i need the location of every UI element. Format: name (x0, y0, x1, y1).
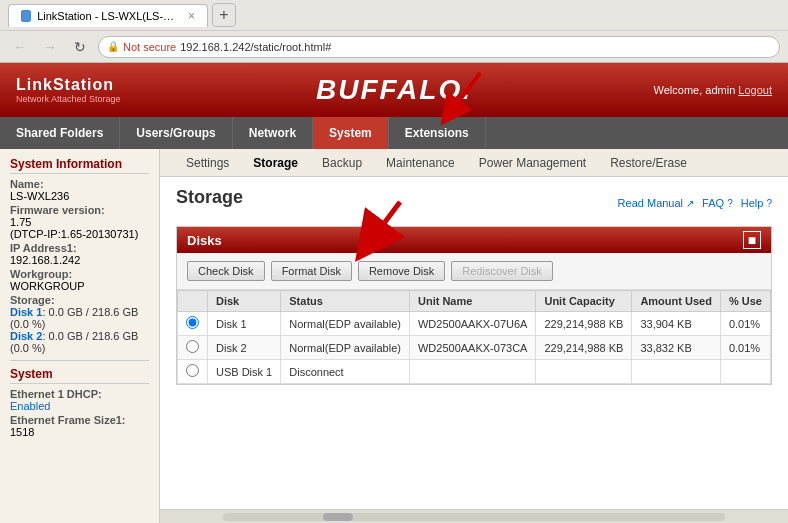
sidebar-firmware: Firmware version: 1.75 (DTCP-IP:1.65-201… (10, 204, 149, 240)
secure-icon: 🔒 (107, 41, 119, 52)
main-content: Settings Storage Backup Maintenance Powe… (160, 149, 788, 523)
panel-title: Disks (187, 233, 222, 248)
disk-actions: Check Disk Format Disk Remove Disk Redis… (177, 253, 771, 290)
col-header-amount-used: Amount Used (632, 291, 721, 312)
table-row[interactable]: Disk 1Normal(EDP available)WD2500AAKX-07… (178, 312, 771, 336)
nav-system[interactable]: System (313, 117, 389, 149)
table-row[interactable]: Disk 2Normal(EDP available)WD2500AAKX-07… (178, 336, 771, 360)
refresh-button[interactable]: ↻ (68, 35, 92, 59)
logo-title: LinkStation (16, 76, 121, 94)
subnav-backup[interactable]: Backup (312, 152, 372, 174)
sidebar-frame-value: 1518 (10, 426, 34, 438)
subnav-settings[interactable]: Settings (176, 152, 239, 174)
subnav-storage[interactable]: Storage (243, 152, 308, 174)
not-secure-label: Not secure (123, 41, 176, 53)
sub-nav: Settings Storage Backup Maintenance Powe… (160, 149, 788, 177)
logo-area: LinkStation Network Attached Storage (16, 76, 121, 104)
disk-table-container: Disk Status Unit Name Unit Capacity Amou… (177, 290, 771, 384)
disk-status-cell: Disconnect (281, 360, 410, 384)
scroll-thumb[interactable] (323, 513, 353, 521)
content-area: System Information Name: LS-WXL236 Firmw… (0, 149, 788, 523)
remove-disk-button[interactable]: Remove Disk (358, 261, 445, 281)
disk-status-cell: Normal(EDP available) (281, 312, 410, 336)
sidebar-system-title: System (10, 367, 149, 384)
help-link[interactable]: Help ? (741, 197, 772, 209)
sidebar-name: Name: LS-WXL236 (10, 178, 149, 202)
disk-amount-used-cell: 33,904 KB (632, 312, 721, 336)
col-header-status: Status (281, 291, 410, 312)
tab-label: LinkStation - LS-WXL(LS-WXL23... (37, 10, 182, 22)
sidebar-firmware-label: Firmware version: (10, 204, 105, 216)
read-manual-icon: ↗ (686, 198, 694, 209)
col-header-unit-capacity: Unit Capacity (536, 291, 632, 312)
rediscover-disk-button[interactable]: Rediscover Disk (451, 261, 552, 281)
disk-radio-2[interactable] (186, 364, 199, 377)
nav-users-groups[interactable]: Users/Groups (120, 117, 232, 149)
scroll-track (223, 513, 725, 521)
welcome-area: Welcome, admin Logout (654, 84, 772, 96)
top-links: Read Manual ↗ FAQ ? Help ? (618, 197, 772, 209)
subnav-restore-erase[interactable]: Restore/Erase (600, 152, 697, 174)
tab-close-button[interactable]: × (188, 9, 195, 23)
check-disk-button[interactable]: Check Disk (187, 261, 265, 281)
disk-name-cell: Disk 2 (208, 336, 281, 360)
sidebar-ip: IP Address1: 192.168.1.242 (10, 242, 149, 266)
address-box[interactable]: 🔒 Not secure 192.168.1.242/static/root.h… (98, 36, 780, 58)
disk-unit-name-cell (409, 360, 535, 384)
welcome-label: Welcome, admin (654, 84, 736, 96)
sidebar-firmware-value: 1.75 (10, 216, 31, 228)
url-text: 192.168.1.242/static/root.html# (180, 41, 331, 53)
sidebar-storage-label: Storage: (10, 294, 55, 306)
sidebar-frame-label: Ethernet Frame Size1: (10, 414, 126, 426)
panel-collapse-button[interactable]: ■ (743, 231, 761, 249)
sidebar-frame: Ethernet Frame Size1: 1518 (10, 414, 149, 438)
sidebar-disk2-link[interactable]: Disk 2 (10, 330, 42, 342)
help-icon: ? (766, 198, 772, 209)
format-disk-button[interactable]: Format Disk (271, 261, 352, 281)
disk-percent-used-cell (720, 360, 770, 384)
browser-chrome: LinkStation - LS-WXL(LS-WXL23... × + ← →… (0, 0, 788, 63)
disk-unit-capacity-cell: 229,214,988 KB (536, 336, 632, 360)
disks-panel: Disks ■ Check Disk Format Disk Remove Di… (176, 226, 772, 385)
nav-extensions[interactable]: Extensions (389, 117, 486, 149)
sidebar-eth-label: Ethernet 1 DHCP: (10, 388, 102, 400)
sidebar-divider (10, 360, 149, 361)
app-container: LinkStation Network Attached Storage BUF… (0, 63, 788, 523)
col-header-disk: Disk (208, 291, 281, 312)
disk-unit-capacity-cell (536, 360, 632, 384)
sidebar-ip-label: IP Address1: (10, 242, 77, 254)
subnav-maintenance[interactable]: Maintenance (376, 152, 465, 174)
disk-radio-0[interactable] (186, 316, 199, 329)
disk-status-cell: Normal(EDP available) (281, 336, 410, 360)
main-nav: Shared Folders Users/Groups Network Syst… (0, 117, 788, 149)
nav-shared-folders[interactable]: Shared Folders (0, 117, 120, 149)
browser-tab[interactable]: LinkStation - LS-WXL(LS-WXL23... × (8, 4, 208, 27)
subnav-power-management[interactable]: Power Management (469, 152, 596, 174)
disk-percent-used-cell: 0.01% (720, 312, 770, 336)
table-row[interactable]: USB Disk 1Disconnect (178, 360, 771, 384)
nav-network[interactable]: Network (233, 117, 313, 149)
sidebar-disk1-link[interactable]: Disk 1 (10, 306, 42, 318)
disk-table: Disk Status Unit Name Unit Capacity Amou… (177, 290, 771, 384)
disk-radio-1[interactable] (186, 340, 199, 353)
faq-icon: ? (727, 198, 733, 209)
disk-name-cell: Disk 1 (208, 312, 281, 336)
faq-link[interactable]: FAQ ? (702, 197, 733, 209)
logout-link[interactable]: Logout (738, 84, 772, 96)
back-button[interactable]: ← (8, 35, 32, 59)
sidebar-eth: Ethernet 1 DHCP: Enabled (10, 388, 149, 412)
sidebar: System Information Name: LS-WXL236 Firmw… (0, 149, 160, 523)
app-header: LinkStation Network Attached Storage BUF… (0, 63, 788, 117)
col-header-unit-name: Unit Name (409, 291, 535, 312)
horizontal-scrollbar[interactable] (160, 509, 788, 523)
tab-bar: LinkStation - LS-WXL(LS-WXL23... × + (0, 0, 788, 30)
read-manual-link[interactable]: Read Manual ↗ (618, 197, 695, 209)
logo-subtitle: Network Attached Storage (16, 94, 121, 104)
sidebar-eth-value[interactable]: Enabled (10, 400, 50, 412)
sidebar-workgroup: Workgroup: WORKGROUP (10, 268, 149, 292)
col-header-percent-used: % Use (720, 291, 770, 312)
disk-name-cell: USB Disk 1 (208, 360, 281, 384)
address-bar: ← → ↻ 🔒 Not secure 192.168.1.242/static/… (0, 30, 788, 62)
new-tab-button[interactable]: + (212, 3, 236, 27)
forward-button[interactable]: → (38, 35, 62, 59)
